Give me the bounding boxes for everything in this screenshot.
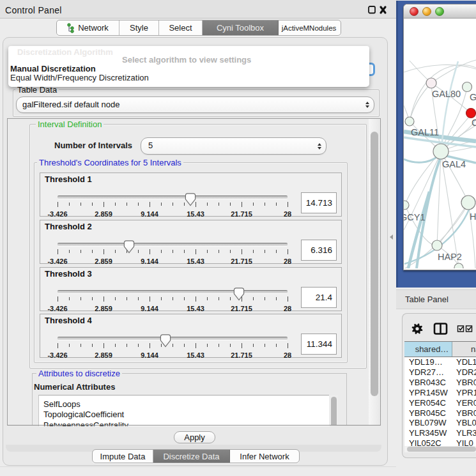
svg-text:GAL80: GAL80 [432,89,461,99]
svg-text:HAP2: HAP2 [438,252,462,262]
svg-text:CY: CY [472,118,476,128]
svg-text:GCY1: GCY1 [404,212,426,222]
svg-text:HI: HI [470,211,476,222]
svg-text:GAL11: GAL11 [411,127,439,137]
svg-text:GAL4: GAL4 [442,159,466,169]
svg-text:GA: GA [470,92,476,102]
